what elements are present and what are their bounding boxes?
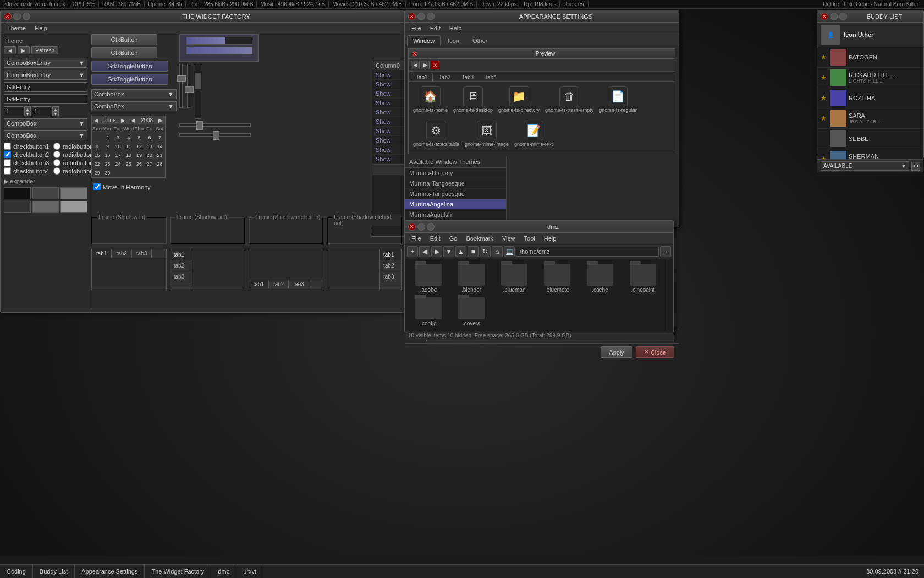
preview-tab-4[interactable]: Tab4	[480, 73, 502, 81]
table-row[interactable]: ShowItemNameMisc	[372, 108, 404, 117]
vscale-thumb-1[interactable]	[177, 75, 186, 82]
wf-min-btn[interactable]	[13, 13, 21, 20]
theme-prev-btn[interactable]: ◀	[4, 46, 16, 54]
cal-next-month[interactable]: ▶	[121, 117, 125, 123]
hscale-2[interactable]	[179, 133, 251, 137]
radio-4[interactable]	[53, 167, 61, 175]
theme-item-murrina-dreamy[interactable]: Murrina-Dreamy	[405, 168, 506, 178]
fm-down-btn[interactable]: ▼	[443, 246, 454, 257]
cal-day[interactable]: 17	[113, 151, 123, 160]
fm-menu-edit[interactable]: Edit	[426, 234, 445, 243]
cal-day[interactable]: 24	[113, 160, 123, 168]
theme-refresh-btn[interactable]: Refresh	[31, 46, 58, 54]
fm-up-btn[interactable]: ▲	[455, 246, 466, 257]
table-row[interactable]: ShowItemNameMisc	[372, 155, 404, 164]
cal-day[interactable]: 10	[113, 142, 123, 151]
fm-path-go-btn[interactable]: →	[660, 246, 671, 257]
hscale-1[interactable]	[179, 123, 251, 127]
cal-next-year[interactable]: ▶	[158, 117, 163, 123]
fm-menu-tool[interactable]: Tool	[520, 234, 540, 243]
preview-close-btn[interactable]: ✕	[412, 51, 417, 57]
buddy-max-btn[interactable]	[839, 13, 847, 20]
cal-day[interactable]	[155, 168, 165, 177]
cal-day[interactable]: 25	[123, 160, 134, 168]
cal-day[interactable]	[92, 133, 102, 142]
fm-menu-bookmark[interactable]: Bookmark	[461, 234, 498, 243]
appearance-min-btn[interactable]	[417, 13, 425, 20]
hscale-thumb-2[interactable]	[213, 131, 219, 140]
vscale-thumb-2[interactable]	[185, 86, 194, 93]
radio-3[interactable]	[53, 159, 61, 166]
app-menu-edit[interactable]: Edit	[426, 24, 445, 32]
buddy-sherman[interactable]: ★ SHERMAN (tu)	[817, 149, 923, 159]
table-row[interactable]: ShowItemNameMisc	[372, 145, 404, 155]
swatch-gray2[interactable]	[32, 201, 59, 213]
icon-item-home[interactable]: 🏠 gnome-fs-home	[413, 86, 448, 115]
cal-day[interactable]: 5	[134, 133, 145, 142]
fm-max-btn[interactable]	[427, 223, 435, 231]
app-menu-help[interactable]: Help	[445, 24, 466, 32]
cal-day[interactable]: 16	[102, 151, 113, 160]
cal-day[interactable]: 13	[144, 142, 155, 151]
cal-day[interactable]: 29	[92, 168, 102, 177]
taskbar-item-buddy[interactable]: Buddy List	[33, 565, 75, 578]
gtk-toggle-btn-2[interactable]: GtkToggleButton	[91, 74, 168, 85]
gtk-toggle-btn-1[interactable]: GtkToggleButton	[91, 61, 168, 72]
move-in-harmony-check[interactable]	[94, 183, 101, 190]
cal-day[interactable]: 28	[155, 160, 165, 168]
checkbox-2[interactable]	[4, 151, 11, 158]
fm-menu-view[interactable]: View	[498, 234, 520, 243]
wf-max-btn[interactable]	[23, 13, 30, 20]
appearance-close-btn[interactable]: ✕	[408, 13, 416, 20]
table-row[interactable]: ShowItemNameMisc	[372, 127, 404, 136]
close-button[interactable]: ✕ Close	[636, 346, 674, 358]
combo-box-4[interactable]: ComboBox ▼	[4, 130, 87, 140]
fm-pc-btn[interactable]: 💻	[504, 246, 515, 257]
buddy-sebbe[interactable]: ★ SEBBE	[817, 129, 923, 149]
swatch-dark[interactable]	[32, 187, 59, 199]
fm-menu-go[interactable]: Go	[445, 234, 462, 243]
taskbar-item-appearance[interactable]: Appearance Settings	[75, 565, 145, 578]
cal-prev-year[interactable]: ◀	[131, 117, 135, 123]
fm-back-btn[interactable]: ◀	[419, 246, 430, 257]
preview-tab-3[interactable]: Tab3	[457, 73, 479, 81]
tab-icon[interactable]: Icon	[442, 35, 465, 46]
swatch-gray[interactable]	[61, 187, 87, 199]
theme-next-btn[interactable]: ▶	[18, 46, 30, 54]
preview-tab-1[interactable]: Tab1	[411, 73, 433, 81]
cal-day[interactable]	[123, 168, 134, 177]
preview-x-btn[interactable]: ✕	[431, 61, 439, 69]
scrollbar-thumb-1[interactable]	[195, 73, 201, 89]
fm-menu-file[interactable]: File	[407, 234, 426, 243]
icon-item-exec[interactable]: ⚙ gnome-fs-executable	[413, 121, 459, 149]
theme-item-1[interactable]: Murrina-Tangoesque	[405, 178, 506, 189]
app-menu-file[interactable]: File	[407, 24, 426, 32]
spin-down-2[interactable]: ▼	[52, 111, 59, 116]
icon-item-desktop[interactable]: 🖥 gnome-fs-desktop	[453, 86, 493, 115]
cal-day[interactable]	[113, 168, 123, 177]
cal-day[interactable]: 8	[92, 142, 102, 151]
combo-box-entry-1[interactable]: ComboBoxEntry ▼	[4, 58, 87, 68]
wf-menu-help[interactable]: Help	[30, 24, 52, 32]
theme-item-aqualsh1[interactable]: MurrinaAqualsh	[405, 210, 506, 220]
preview-fwd-btn[interactable]: ▶	[421, 61, 430, 69]
tab-side-btn-1[interactable]: tab1	[170, 249, 192, 260]
tab-other[interactable]: Other	[466, 35, 494, 46]
cal-day[interactable]: 23	[102, 160, 113, 168]
gtk-entry-1[interactable]	[4, 82, 87, 92]
fm-scrollbar[interactable]	[668, 259, 673, 331]
icon-item-image[interactable]: 🖼 gnome-mime-image	[465, 121, 509, 149]
list-item[interactable]: .blender	[452, 264, 491, 293]
cal-day[interactable]: 15	[92, 151, 102, 160]
cal-day[interactable]: 19	[134, 151, 145, 160]
tab-btn-2[interactable]: tab2	[112, 249, 131, 258]
apply-button[interactable]: Apply	[601, 346, 632, 358]
cal-day[interactable]: 2	[102, 133, 113, 142]
list-item[interactable]: .blueman	[495, 264, 534, 293]
list-item[interactable]: .bluemote	[538, 264, 576, 293]
cal-day[interactable]: 18	[123, 151, 134, 160]
table-row[interactable]: ShowItemNameMisc	[372, 80, 404, 89]
tab-bottom-btn-2[interactable]: tab2	[269, 280, 289, 288]
taskbar-item-coding[interactable]: Coding	[0, 565, 33, 578]
vscale-1[interactable]	[179, 64, 183, 108]
